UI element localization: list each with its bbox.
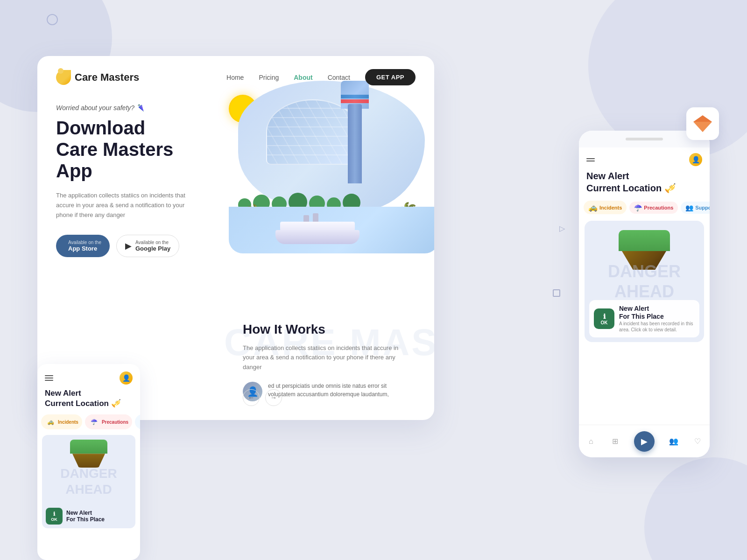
diamond-body	[693, 122, 712, 132]
r-alert-info-title: New AlertFor This Place	[619, 305, 695, 321]
bottom-nav-home[interactable]: ⌂	[586, 436, 596, 447]
hamburger-line-3	[45, 380, 53, 381]
nav-pricing[interactable]: Pricing	[259, 74, 279, 81]
app-store-sub: Available on the	[68, 240, 101, 245]
logo-icon	[56, 70, 71, 85]
precautions-tab-icon: ☂️	[89, 416, 100, 427]
r-alert-info-subtitle: A incident has been recorded in this are…	[619, 321, 695, 333]
support-tab-icon: 👥	[139, 416, 140, 427]
nav-about[interactable]: About	[294, 74, 312, 81]
logo: Care Masters	[56, 70, 139, 85]
hamburger-menu-icon[interactable]	[45, 375, 53, 381]
incidents-tab-label: Incidents	[58, 420, 78, 425]
how-it-works-title: How It Works	[243, 322, 402, 337]
bg-decoration-circle-sm	[47, 14, 58, 25]
r-support-icon: 👥	[685, 204, 693, 211]
r-island-top	[619, 230, 670, 251]
ship-body	[280, 222, 355, 231]
mobile-app-card-small: 👤 New AlertCurrent Location 🎺 🚕 Incident…	[37, 364, 140, 560]
bottom-nav-people[interactable]: 👥	[669, 436, 679, 447]
mobile-tab-precautions[interactable]: ☂️ Precautions	[85, 414, 132, 429]
ship-illustration	[275, 216, 359, 244]
mobile-tabs: 🚕 Incidents ☂️ Precautions 👥 Support	[37, 413, 140, 431]
r-precautions-icon: ☂️	[634, 204, 642, 211]
precautions-tab-label: Precautions	[102, 420, 128, 425]
hero-description: The application collects statiics on inc…	[56, 191, 196, 220]
google-play-sub: Available on the	[135, 240, 170, 245]
mobile-r-tab-support[interactable]: 👥 Support	[681, 202, 710, 214]
mobile-app-card-large: 👤 New AlertCurrent Location 🎺 🚕 Incident…	[579, 131, 710, 457]
bottom-navigation: ⌂ ⊞ ▶ 👥 ♡	[579, 425, 710, 457]
r-incidents-icon: 🚕	[588, 203, 598, 212]
brand-name: Care Masters	[75, 71, 139, 84]
r-alert-info-icon: ℹ	[603, 313, 606, 320]
r-alert-button[interactable]: ℹ OK	[594, 308, 614, 329]
hamburger-line-2	[45, 378, 53, 378]
testimonial-text: ed ut perspiciatis unde omnis iste natus…	[268, 382, 402, 399]
google-play-main: Google Play	[135, 245, 170, 252]
app-store-main: App Store	[68, 245, 101, 252]
arrow-right-decoration: ▷	[559, 224, 565, 233]
get-app-button[interactable]: GET APP	[365, 69, 416, 85]
square-decoration	[553, 289, 560, 297]
store-buttons: Available on the App Store ▶ Available o…	[56, 235, 196, 257]
hamburger-line-r1	[586, 158, 595, 159]
google-play-button[interactable]: ▶ Available on the Google Play	[116, 235, 179, 257]
sketch-icon-decoration	[686, 107, 719, 140]
mobile-r-hamburger[interactable]	[586, 158, 595, 161]
hero-tagline: Worried about your safety? 🌂	[56, 104, 196, 112]
play-button[interactable]: ▶	[634, 431, 655, 452]
mobile-tab-incidents[interactable]: 🚕 Incidents	[41, 414, 82, 429]
heart-icon: ♡	[692, 436, 703, 447]
hero-content: Worried about your safety? 🌂 Download Ca…	[56, 104, 196, 257]
mobile-alert-card: ℹ OK New AlertFor This Place	[46, 508, 132, 525]
incidents-tab-icon: 🚕	[45, 416, 56, 427]
hero-section: Worried about your safety? 🌂 Download Ca…	[37, 85, 434, 257]
tower-body	[348, 104, 362, 183]
hamburger-line-r2	[586, 161, 595, 161]
mobile-alert-title: New AlertCurrent Location 🎺	[37, 388, 140, 413]
home-icon: ⌂	[586, 436, 596, 447]
bottom-nav-grid[interactable]: ⊞	[610, 436, 620, 447]
bottom-nav-play[interactable]: ▶	[634, 431, 655, 452]
mobile-r-tab-precautions[interactable]: ☂️ Precautions	[629, 202, 678, 214]
mobile-header: 👤	[37, 364, 140, 388]
r-incidents-label: Incidents	[599, 205, 622, 210]
diamond-top	[693, 115, 712, 122]
r-alert-info: New AlertFor This Place A incident has b…	[619, 305, 695, 333]
bg-decoration-circle-br	[644, 457, 747, 560]
r-alert-ok-label: OK	[601, 320, 608, 325]
alert-info-title: New AlertFor This Place	[66, 510, 132, 523]
mobile-r-header: 👤	[579, 147, 710, 170]
bottom-nav-heart[interactable]: ♡	[692, 436, 703, 447]
people-icon: 👥	[669, 436, 679, 447]
mobile-r-tab-incidents[interactable]: 🚕 Incidents	[584, 201, 627, 214]
diamond-shape	[693, 115, 712, 132]
r-alert-card: ℹ OK New AlertFor This Place A incident …	[589, 300, 699, 337]
grid-icon: ⊞	[610, 436, 620, 447]
main-nav: Care Masters Home Pricing About Contact …	[37, 56, 434, 85]
mobile-r-content-area: DANGERAHEAD ℹ OK New AlertFor This Place…	[585, 221, 704, 342]
prev-arrow-button[interactable]: ←	[243, 389, 260, 406]
how-it-works-description: The application collects statiics on inc…	[243, 343, 402, 372]
island-top	[70, 440, 107, 454]
hamburger-line-1	[45, 375, 53, 376]
mobile-watermark: DANGERAHEAD	[60, 466, 117, 497]
user-avatar: 👤	[120, 371, 133, 385]
nav-home[interactable]: Home	[226, 74, 244, 81]
mobile-tab-support[interactable]: 👥 Support	[135, 414, 140, 429]
nav-arrows: ← →	[243, 389, 282, 406]
tower-band-blue	[341, 95, 369, 98]
mobile-alert-button[interactable]: ℹ OK	[46, 508, 63, 525]
tower-building	[341, 81, 369, 183]
tower-band-red	[341, 99, 369, 103]
next-arrow-button[interactable]: →	[265, 389, 282, 406]
r-support-label: Support	[695, 205, 710, 210]
hero-illustration: 🌴 🌴	[201, 57, 434, 291]
mobile-r-alert-title: New AlertCurrent Location 🎺	[579, 170, 710, 199]
r-precautions-label: Precautions	[644, 205, 673, 210]
nav-contact[interactable]: Contact	[328, 74, 350, 81]
alert-info-icon: ℹ	[53, 511, 55, 517]
mobile-content-area: DANGERAHEAD ℹ OK New AlertFor This Place	[42, 435, 135, 528]
app-store-button[interactable]: Available on the App Store	[56, 235, 110, 257]
